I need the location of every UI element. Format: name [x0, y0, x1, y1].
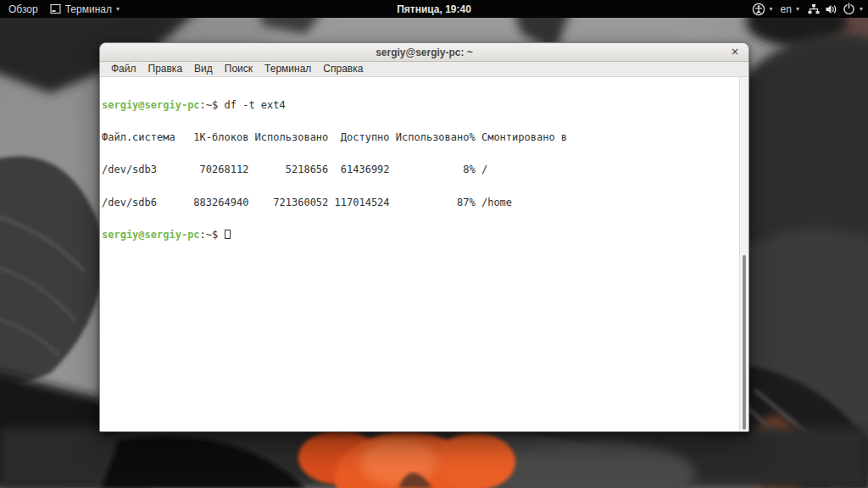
volume-icon: [825, 3, 838, 15]
power-icon: [843, 3, 855, 15]
menu-item-file[interactable]: Файл: [105, 62, 142, 76]
menu-item-search[interactable]: Поиск: [219, 62, 259, 76]
window-titlebar[interactable]: sergiy@sergiy-pc: ~ ×: [100, 43, 748, 62]
menu-bar: Файл Правка Вид Поиск Терминал Справка: [100, 62, 748, 77]
command-text: df -t ext4: [225, 99, 286, 111]
system-status-menu[interactable]: ▾: [807, 3, 863, 15]
close-button[interactable]: ×: [728, 46, 742, 59]
window-title: sergiy@sergiy-pc: ~: [376, 47, 473, 58]
df-row-sdb3: /dev/sdb3 70268112 5218656 61436992 8% /: [102, 164, 735, 175]
gnome-top-bar: Обзор Терминал ▾ Пятница, 19:40 ▾ en ▾: [0, 0, 868, 18]
terminal-cursor-line: sergiy@sergiy-pc:~$: [102, 230, 735, 241]
menu-item-view[interactable]: Вид: [188, 62, 219, 76]
prompt-user: sergiy@sergiy-pc: [102, 229, 200, 241]
df-header-line: Файл.система 1К-блоков Использовано Дост…: [102, 132, 735, 143]
df-row-sdb6: /dev/sdb6 883264940 721360052 117014524 …: [102, 197, 735, 208]
terminal-scrollbar[interactable]: [739, 77, 748, 432]
menu-item-terminal[interactable]: Терминал: [259, 62, 317, 76]
terminal-screen[interactable]: sergiy@sergiy-pc:~$ df -t ext4 Файл.сист…: [100, 77, 748, 432]
wired-network-icon: [807, 3, 821, 15]
terminal-window: sergiy@sergiy-pc: ~ × Файл Правка Вид По…: [99, 42, 749, 432]
keyboard-layout-menu[interactable]: en ▾: [781, 3, 799, 15]
prompt-tail: :~$: [200, 229, 225, 241]
accessibility-menu[interactable]: ▾: [752, 3, 773, 16]
prompt-user: sergiy@sergiy-pc: [102, 99, 200, 111]
prompt-tail: :~$: [200, 99, 225, 111]
chevron-down-icon: ▾: [796, 6, 799, 13]
chevron-down-icon: ▾: [860, 6, 863, 13]
menu-item-edit[interactable]: Правка: [142, 62, 189, 76]
menu-item-help[interactable]: Справка: [317, 62, 369, 76]
terminal-cursor: [225, 230, 231, 239]
accessibility-icon: [752, 3, 765, 16]
scrollbar-thumb[interactable]: [743, 255, 746, 430]
chevron-down-icon: ▾: [770, 6, 773, 13]
keyboard-layout-label: en: [781, 3, 792, 15]
terminal-prompt-line: sergiy@sergiy-pc:~$ df -t ext4: [102, 100, 735, 111]
clock-button[interactable]: Пятница, 19:40: [0, 3, 868, 15]
